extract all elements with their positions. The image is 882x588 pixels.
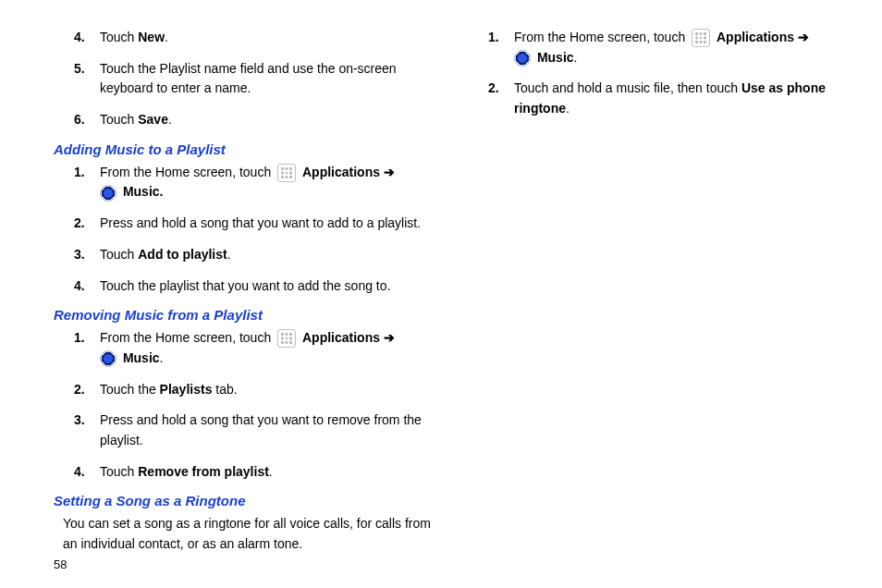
right-column: 1. From the Home screen, touch Applicati… — [468, 28, 845, 555]
step-body: Touch the playlist that you want to add … — [100, 276, 431, 297]
text: . — [165, 30, 168, 44]
step-number: 1. — [74, 163, 100, 183]
text: From the Home screen, touch — [100, 165, 275, 179]
text: Touch — [100, 247, 138, 262]
step: 6. Touch Save. — [74, 110, 431, 130]
text: Touch and hold a music file, then touch — [514, 80, 741, 95]
music-icon — [514, 50, 531, 67]
music-label: Music — [123, 350, 160, 365]
ringtone-steps: 1. From the Home screen, touch Applicati… — [488, 28, 845, 119]
text: . — [269, 464, 273, 479]
step-body: Touch Remove from playlist. — [100, 462, 431, 483]
step: 2. Touch the Playlists tab. — [74, 380, 431, 400]
bold: Add to playlist — [138, 247, 227, 262]
step: 1. From the Home screen, touch Applicati… — [74, 163, 431, 202]
arrow-icon: ➔ — [798, 30, 809, 44]
applications-icon — [692, 29, 710, 47]
step: 4. Touch the playlist that you want to a… — [74, 276, 431, 297]
bold: Playlists — [160, 382, 213, 397]
step: 3. Touch Add to playlist. — [74, 245, 431, 265]
step-number: 4. — [74, 28, 100, 48]
step-number: 2. — [74, 214, 100, 234]
applications-icon — [277, 164, 296, 182]
step: 4. Touch Remove from playlist. — [74, 462, 431, 483]
text: . — [168, 112, 172, 127]
step-body: Touch the Playlists tab. — [100, 380, 431, 400]
music-label: Music — [123, 184, 160, 199]
bold: Remove from playlist — [138, 464, 269, 479]
step: 5. Touch the Playlist name field and use… — [74, 59, 431, 99]
text: Touch — [100, 464, 138, 479]
text: tab. — [212, 382, 237, 397]
adding-music-steps: 1. From the Home screen, touch Applicati… — [74, 163, 431, 296]
step-body: From the Home screen, touch Applications… — [100, 328, 431, 368]
bold: Save — [138, 112, 168, 127]
music-label: Music — [537, 50, 574, 65]
applications-label: Applications — [302, 330, 380, 345]
step-number: 1. — [74, 328, 100, 349]
step-body: Press and hold a song that you want to r… — [100, 410, 431, 450]
removing-music-steps: 1. From the Home screen, touch Applicati… — [74, 328, 431, 482]
dot: . — [574, 50, 578, 65]
arrow-icon: ➔ — [384, 330, 395, 345]
text: Touch — [100, 112, 138, 127]
step-number: 3. — [74, 410, 100, 431]
step-body: Touch the Playlist name field and use th… — [100, 59, 431, 99]
text: Touch the — [100, 382, 160, 397]
step-body: Touch Add to playlist. — [100, 245, 431, 265]
music-icon — [100, 350, 116, 367]
dot: . — [160, 350, 164, 365]
text: Touch — [100, 30, 138, 44]
step-body: Touch and hold a music file, then touch … — [514, 79, 845, 118]
applications-label: Applications — [302, 165, 380, 179]
step: 2. Press and hold a song that you want t… — [74, 214, 431, 234]
step-body: Press and hold a song that you want to a… — [100, 214, 431, 234]
step-number: 3. — [74, 245, 100, 265]
step-body: From the Home screen, touch Applications… — [514, 28, 845, 67]
two-column-layout: 4. Touch New. 5. Touch the Playlist name… — [54, 28, 845, 555]
top-continued-steps: 4. Touch New. 5. Touch the Playlist name… — [74, 28, 431, 130]
text: From the Home screen, touch — [100, 330, 275, 345]
text: . — [566, 101, 570, 116]
step-body: Touch Save. — [100, 110, 431, 130]
text: . — [227, 247, 231, 262]
page-number: 58 — [54, 557, 67, 571]
step: 1. From the Home screen, touch Applicati… — [74, 328, 431, 368]
step-number: 2. — [74, 380, 100, 400]
step: 2. Touch and hold a music file, then tou… — [488, 79, 845, 118]
step-body: From the Home screen, touch Applications… — [100, 163, 431, 202]
step-number: 6. — [74, 110, 100, 130]
music-icon — [100, 185, 116, 202]
text: From the Home screen, touch — [514, 30, 689, 44]
manual-page: 4. Touch New. 5. Touch the Playlist name… — [0, 0, 882, 588]
step-number: 4. — [74, 462, 100, 483]
arrow-icon: ➔ — [384, 165, 395, 179]
step: 1. From the Home screen, touch Applicati… — [488, 28, 845, 67]
dot: . — [160, 184, 164, 199]
step-number: 2. — [488, 79, 514, 99]
step: 4. Touch New. — [74, 28, 431, 48]
applications-label: Applications — [717, 30, 794, 44]
left-column: 4. Touch New. 5. Touch the Playlist name… — [54, 28, 431, 555]
step-number: 4. — [74, 276, 100, 297]
ringtone-paragraph: You can set a song as a ringtone for all… — [63, 514, 431, 554]
step-number: 1. — [488, 28, 514, 48]
heading-removing-music: Removing Music from a Playlist — [54, 307, 431, 323]
heading-set-ringtone: Setting a Song as a Ringtone — [54, 493, 431, 508]
step-body: Touch New. — [100, 28, 431, 48]
bold: New — [138, 30, 165, 44]
step-number: 5. — [74, 59, 100, 80]
applications-icon — [277, 329, 296, 348]
heading-adding-music: Adding Music to a Playlist — [54, 141, 431, 157]
step: 3. Press and hold a song that you want t… — [74, 410, 431, 450]
